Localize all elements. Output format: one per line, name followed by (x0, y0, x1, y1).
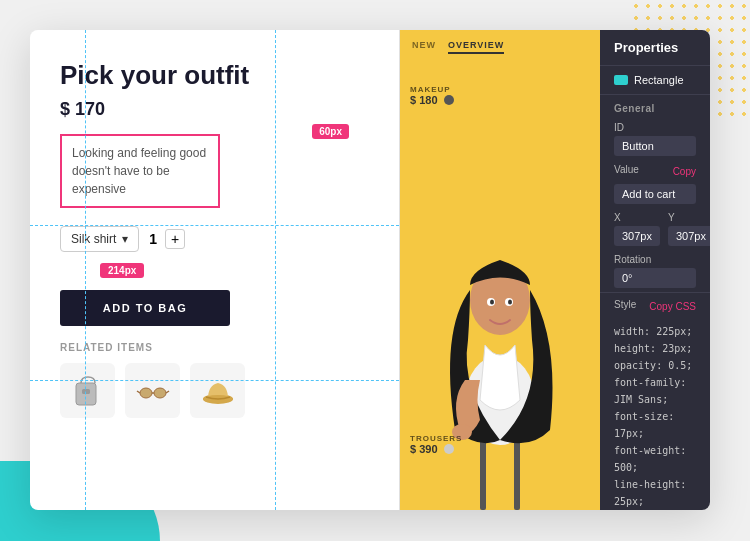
makeup-dot (444, 95, 454, 105)
sunglasses-icon (133, 371, 173, 411)
css-properties-block: width: 225px; height: 23px; opacity: 0.5… (600, 319, 710, 510)
hat-icon (198, 371, 238, 411)
backpack-icon (68, 371, 108, 411)
variant-dropdown[interactable]: Silk shirt ▾ (60, 226, 139, 252)
id-input[interactable]: Button (614, 136, 696, 156)
trousers-price: $ 390 (410, 443, 438, 455)
css-line-5: font-size: 17px; (614, 408, 696, 442)
css-line-6: font-weight: 500; (614, 442, 696, 476)
product-price: $ 170 (60, 99, 369, 120)
rectangle-label: Rectangle (634, 74, 684, 86)
copy-css-link[interactable]: Copy CSS (649, 301, 696, 312)
add-to-bag-button[interactable]: ADD TO BAG (60, 290, 230, 326)
product-panel: Pick your outfit $ 170 Looking and feeli… (30, 30, 400, 510)
photo-tabs: NEW OVERVIEW (400, 30, 600, 54)
trousers-title: TROUSERS (410, 434, 462, 443)
css-line-3: opacity: 0.5; (614, 357, 696, 374)
id-label: ID (614, 122, 696, 133)
badge-214px: 214px (100, 263, 144, 278)
badge-60px: 60px (312, 124, 349, 139)
style-section-header: Style Copy CSS (600, 292, 710, 319)
svg-point-2 (140, 388, 152, 398)
y-input[interactable]: 307px (668, 226, 710, 246)
qty-increase-button[interactable]: + (165, 229, 185, 249)
id-row: ID Button (600, 118, 710, 160)
svg-point-16 (508, 300, 512, 305)
style-label: Style (614, 299, 636, 310)
product-title: Pick your outfit (60, 60, 369, 91)
value-header-row: Value Copy (600, 160, 710, 180)
related-item-hat[interactable] (190, 363, 245, 418)
tab-overview[interactable]: OVERVIEW (448, 40, 504, 54)
rotation-row: Rotation 0° (600, 250, 710, 292)
makeup-label: MAKEUP $ 180 (410, 85, 454, 106)
makeup-price: $ 180 (410, 94, 438, 106)
product-content: Pick your outfit $ 170 Looking and feeli… (30, 30, 399, 438)
tab-new[interactable]: NEW (412, 40, 436, 54)
chevron-down-icon: ▾ (122, 232, 128, 246)
related-items-label: RELATED ITEMS (60, 342, 369, 353)
properties-panel: Properties Rectangle General ID Button V… (600, 30, 710, 510)
trousers-dot (444, 444, 454, 454)
related-items (60, 363, 369, 418)
css-line-7: line-height: 25px; (614, 476, 696, 510)
svg-line-5 (137, 391, 140, 393)
makeup-title: MAKEUP (410, 85, 454, 94)
qty-controls: 1 + (149, 229, 185, 249)
value-input[interactable]: Add to cart (614, 184, 696, 204)
qty-display: 1 (149, 231, 157, 247)
related-item-backpack[interactable] (60, 363, 115, 418)
product-options: Silk shirt ▾ 1 + (60, 226, 369, 252)
rectangle-badge: Rectangle (600, 66, 710, 95)
value-label: Value (614, 164, 639, 175)
value-row: Add to cart (600, 180, 710, 208)
rotation-label: Rotation (614, 254, 696, 265)
x-col: X 307px (614, 212, 660, 246)
svg-rect-1 (82, 389, 90, 394)
css-line-1: width: 225px; (614, 323, 696, 340)
y-col: Y 307px (668, 212, 710, 246)
properties-header: Properties (600, 30, 710, 66)
css-line-4: font-family: JIM Sans; (614, 374, 696, 408)
svg-point-15 (490, 300, 494, 305)
rectangle-swatch (614, 75, 628, 85)
main-container: Pick your outfit $ 170 Looking and feeli… (30, 30, 710, 510)
rotation-input[interactable]: 0° (614, 268, 696, 288)
copy-value-link[interactable]: Copy (673, 166, 696, 177)
x-input[interactable]: 307px (614, 226, 660, 246)
photo-panel: NEW OVERVIEW MAKEUP $ 180 (400, 30, 600, 510)
svg-line-6 (166, 391, 169, 393)
xy-row: X 307px Y 307px (600, 208, 710, 250)
trousers-label: TROUSERS $ 390 (410, 434, 462, 455)
dropdown-value: Silk shirt (71, 232, 116, 246)
y-label: Y (668, 212, 710, 223)
related-item-sunglasses[interactable] (125, 363, 180, 418)
css-line-2: height: 23px; (614, 340, 696, 357)
general-section-header: General (600, 95, 710, 118)
product-description: Looking and feeling good doesn't have to… (60, 134, 220, 208)
product-description-wrapper: Looking and feeling good doesn't have to… (60, 134, 369, 208)
x-label: X (614, 212, 660, 223)
svg-point-3 (154, 388, 166, 398)
